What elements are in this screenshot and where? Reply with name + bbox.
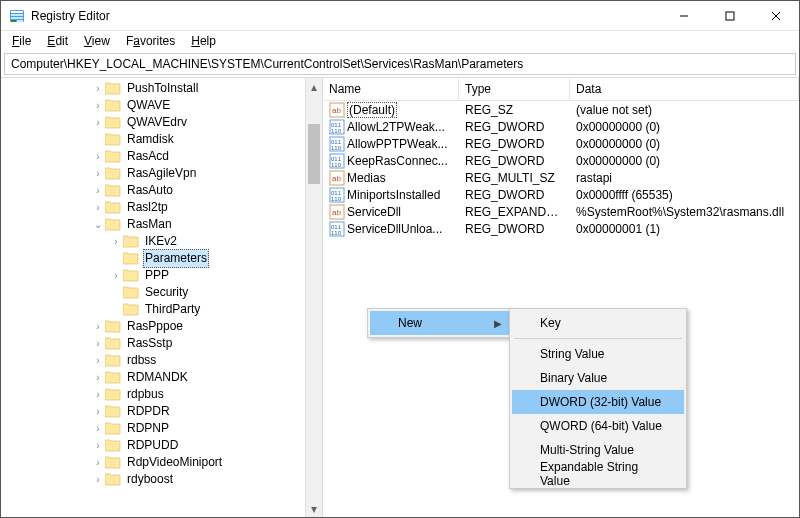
scroll-down-icon[interactable]: ▾	[306, 500, 322, 517]
value-name: KeepRasConnec...	[347, 154, 448, 168]
ctx-new[interactable]: New ▶	[370, 311, 510, 335]
tree-item[interactable]: ›IKEv2	[1, 233, 322, 250]
value-name: (Default)	[347, 102, 397, 118]
address-text[interactable]: Computer\HKEY_LOCAL_MACHINE\SYSTEM\Curre…	[11, 57, 523, 71]
value-row[interactable]: 011110AllowL2TPWeak...REG_DWORD0x0000000…	[323, 118, 799, 135]
tree-expand-icon[interactable]: ›	[91, 148, 105, 165]
menu-favorites[interactable]: Favorites	[119, 33, 182, 49]
tree-item[interactable]: Parameters	[1, 250, 322, 267]
col-data[interactable]: Data	[570, 78, 799, 100]
tree-expand-icon[interactable]: ⌄	[91, 216, 105, 233]
menu-edit[interactable]: Edit	[40, 33, 75, 49]
value-row[interactable]: 011110KeepRasConnec...REG_DWORD0x0000000…	[323, 152, 799, 169]
scroll-up-icon[interactable]: ▴	[306, 78, 322, 95]
minimize-button[interactable]	[661, 1, 707, 31]
tree-item[interactable]: ›RDPDR	[1, 403, 322, 420]
value-row[interactable]: abServiceDllREG_EXPAND_SZ%SystemRoot%\Sy…	[323, 203, 799, 220]
tree-item[interactable]: ›rdbss	[1, 352, 322, 369]
value-type: REG_MULTI_SZ	[459, 171, 570, 185]
col-name[interactable]: Name	[323, 78, 459, 100]
tree-item[interactable]: Security	[1, 284, 322, 301]
tree-item[interactable]: ⌄RasMan	[1, 216, 322, 233]
tree-expand-icon[interactable]: ›	[91, 318, 105, 335]
tree-item[interactable]: ›PushToInstall	[1, 80, 322, 97]
tree-expand-icon[interactable]: ›	[91, 165, 105, 182]
ctx-item[interactable]: Key	[512, 311, 684, 335]
address-bar[interactable]: Computer\HKEY_LOCAL_MACHINE\SYSTEM\Curre…	[4, 53, 796, 75]
value-row[interactable]: abMediasREG_MULTI_SZrastapi	[323, 169, 799, 186]
value-data: (value not set)	[570, 103, 799, 117]
tree-item[interactable]: ›RasAgileVpn	[1, 165, 322, 182]
tree-expand-icon[interactable]: ›	[91, 199, 105, 216]
scroll-thumb[interactable]	[308, 124, 320, 184]
folder-icon	[105, 167, 121, 180]
tree-item-label: RasAcd	[125, 148, 171, 165]
tree-item-label: rdyboost	[125, 471, 175, 488]
tree-scrollbar[interactable]: ▴ ▾	[305, 78, 322, 517]
folder-icon	[123, 235, 139, 248]
tree-expand-icon[interactable]: ›	[91, 454, 105, 471]
value-row[interactable]: 011110MiniportsInstalledREG_DWORD0x0000f…	[323, 186, 799, 203]
ctx-item[interactable]: Expandable String Value	[512, 462, 684, 486]
menu-help[interactable]: Help	[184, 33, 223, 49]
tree-item[interactable]: ›RDPNP	[1, 420, 322, 437]
dword-value-icon: 011110	[329, 221, 345, 237]
value-row[interactable]: 011110ServiceDllUnloa...REG_DWORD0x00000…	[323, 220, 799, 237]
value-data: %SystemRoot%\System32\rasmans.dll	[570, 205, 799, 219]
tree-expand-icon[interactable]: ›	[91, 369, 105, 386]
ctx-item[interactable]: QWORD (64-bit) Value	[512, 414, 684, 438]
tree-expand-icon[interactable]: ›	[91, 403, 105, 420]
tree-item[interactable]: ›RasSstp	[1, 335, 322, 352]
tree-item[interactable]: ›rdpbus	[1, 386, 322, 403]
tree-item[interactable]: ›PPP	[1, 267, 322, 284]
folder-icon	[105, 456, 121, 469]
tree-item[interactable]: ›rdyboost	[1, 471, 322, 488]
tree-item[interactable]: ThirdParty	[1, 301, 322, 318]
tree-expand-icon[interactable]: ›	[109, 233, 123, 250]
tree-expand-icon[interactable]: ›	[91, 97, 105, 114]
tree-expand-icon[interactable]: ›	[91, 80, 105, 97]
menu-file[interactable]: File	[5, 33, 38, 49]
tree-item[interactable]: ›QWAVE	[1, 97, 322, 114]
value-name: ServiceDll	[347, 205, 401, 219]
ctx-item[interactable]: Multi-String Value	[512, 438, 684, 462]
values-list[interactable]: ab(Default)REG_SZ(value not set)011110Al…	[323, 101, 799, 237]
ctx-item[interactable]: DWORD (32-bit) Value	[512, 390, 684, 414]
tree-expand-icon[interactable]: ›	[109, 267, 123, 284]
tree-expand-icon[interactable]: ›	[91, 437, 105, 454]
tree-expand-icon[interactable]: ›	[91, 182, 105, 199]
menu-view[interactable]: View	[77, 33, 117, 49]
folder-icon	[123, 286, 139, 299]
registry-tree[interactable]: ›PushToInstall›QWAVE›QWAVEdrvRamdisk›Ras…	[1, 78, 322, 517]
close-button[interactable]	[753, 1, 799, 31]
folder-icon	[105, 422, 121, 435]
ctx-item[interactable]: Binary Value	[512, 366, 684, 390]
folder-icon	[105, 473, 121, 486]
col-type[interactable]: Type	[459, 78, 570, 100]
value-row[interactable]: 011110AllowPPTPWeak...REG_DWORD0x0000000…	[323, 135, 799, 152]
tree-expand-icon[interactable]: ›	[91, 114, 105, 131]
tree-item[interactable]: ›RasAuto	[1, 182, 322, 199]
tree-item[interactable]: ›RDMANDK	[1, 369, 322, 386]
value-name: Medias	[347, 171, 386, 185]
tree-item[interactable]: ›RasPppoe	[1, 318, 322, 335]
value-row[interactable]: ab(Default)REG_SZ(value not set)	[323, 101, 799, 118]
tree-expand-icon[interactable]: ›	[91, 352, 105, 369]
maximize-button[interactable]	[707, 1, 753, 31]
folder-icon	[105, 354, 121, 367]
ctx-item-label: String Value	[540, 347, 604, 361]
tree-expand-icon[interactable]: ›	[91, 420, 105, 437]
content-area: ›PushToInstall›QWAVE›QWAVEdrvRamdisk›Ras…	[1, 77, 799, 517]
tree-item[interactable]: ›RasAcd	[1, 148, 322, 165]
tree-expand-icon[interactable]: ›	[91, 335, 105, 352]
ctx-item[interactable]: String Value	[512, 342, 684, 366]
tree-item[interactable]: ›RdpVideoMiniport	[1, 454, 322, 471]
tree-expand-icon[interactable]: ›	[91, 471, 105, 488]
tree-item[interactable]: ›RDPUDD	[1, 437, 322, 454]
tree-item[interactable]: ›QWAVEdrv	[1, 114, 322, 131]
folder-icon	[105, 337, 121, 350]
tree-expand-icon[interactable]: ›	[91, 386, 105, 403]
tree-item[interactable]: Ramdisk	[1, 131, 322, 148]
tree-item[interactable]: ›Rasl2tp	[1, 199, 322, 216]
tree-item-label: QWAVE	[125, 97, 172, 114]
